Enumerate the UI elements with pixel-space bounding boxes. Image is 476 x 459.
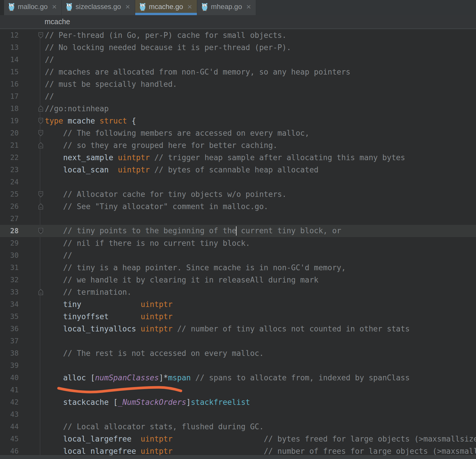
code-line-31[interactable]: 31 // tiny is a heap pointer. Since mcac… bbox=[0, 262, 476, 274]
code-line-37[interactable]: 37 bbox=[0, 335, 476, 347]
gutter-fold-column bbox=[19, 298, 45, 310]
code-line-36[interactable]: 36 local_tinyallocs uintptr // number of… bbox=[0, 323, 476, 335]
line-number: 31 bbox=[0, 264, 19, 272]
tab-mcache-go[interactable]: mcache.go✕ bbox=[135, 0, 197, 15]
code-text: // bbox=[45, 251, 476, 260]
code-text: // Allocator cache for tiny objects w/o … bbox=[45, 190, 476, 199]
code-line-34[interactable]: 34 tiny uintptr bbox=[0, 298, 476, 310]
code-text: // mcaches are allocated from non-GC'd m… bbox=[45, 68, 476, 76]
tab-close-icon[interactable]: ✕ bbox=[52, 4, 57, 10]
code-text: // Local allocator stats, flushed during… bbox=[45, 422, 476, 431]
fold-end-icon[interactable] bbox=[38, 204, 43, 210]
gutter-fold-column bbox=[19, 262, 45, 274]
fold-end-icon[interactable] bbox=[38, 289, 43, 295]
line-number: 28 bbox=[0, 227, 19, 235]
line-number: 42 bbox=[0, 398, 19, 406]
tab-mheap-go[interactable]: mheap.go✕ bbox=[197, 0, 256, 15]
fold-end-icon[interactable] bbox=[38, 106, 43, 112]
gutter-fold-column bbox=[19, 127, 45, 139]
code-line-21[interactable]: 21 // so they are grouped here for bette… bbox=[0, 139, 476, 151]
code-line-19[interactable]: 19 type mcache struct { bbox=[0, 115, 476, 127]
line-number: 27 bbox=[0, 215, 19, 223]
line-number: 34 bbox=[0, 300, 19, 308]
line-number: 24 bbox=[0, 178, 19, 186]
fold-collapse-icon[interactable] bbox=[38, 32, 43, 38]
code-line-32[interactable]: 32 // we handle it by clearing it in rel… bbox=[0, 274, 476, 286]
code-text: // tiny points to the beginning of the c… bbox=[45, 226, 476, 236]
tab-close-icon[interactable]: ✕ bbox=[125, 4, 130, 10]
tab-close-icon[interactable]: ✕ bbox=[246, 4, 251, 10]
code-line-33[interactable]: 33 // termination. bbox=[0, 286, 476, 298]
go-gopher-icon bbox=[201, 3, 208, 11]
code-text: // tiny is a heap pointer. Since mcache … bbox=[45, 263, 476, 272]
code-line-29[interactable]: 29 // nil if there is no current tiny bl… bbox=[0, 237, 476, 249]
code-line-41[interactable]: 41 bbox=[0, 384, 476, 396]
code-line-15[interactable]: 15// mcaches are allocated from non-GC'd… bbox=[0, 66, 476, 78]
code-line-45[interactable]: 45 local_largefree uintptr // bytes free… bbox=[0, 433, 476, 445]
code-line-25[interactable]: 25 // Allocator cache for tiny objects w… bbox=[0, 188, 476, 200]
code-text: alloc [numSpanClasses]*mspan // spans to… bbox=[45, 373, 476, 382]
line-number: 25 bbox=[0, 190, 19, 198]
tab-close-icon[interactable]: ✕ bbox=[187, 4, 192, 10]
tab-label: mheap.go bbox=[211, 3, 242, 11]
code-text: // See "Tiny allocator" comment in mallo… bbox=[45, 202, 476, 211]
gutter-fold-column bbox=[19, 200, 45, 213]
code-line-18[interactable]: 18 //go:notinheap bbox=[0, 103, 476, 115]
code-editor[interactable]: 12 // Per-thread (in Go, per-P) cache fo… bbox=[0, 29, 476, 459]
code-line-35[interactable]: 35 tinyoffset uintptr bbox=[0, 310, 476, 323]
gutter-fold-column bbox=[19, 115, 45, 127]
code-text: local_tinyallocs uintptr // number of ti… bbox=[45, 324, 476, 333]
gutter-fold-column bbox=[19, 274, 45, 286]
code-line-30[interactable]: 30 // bbox=[0, 249, 476, 262]
fold-end-icon[interactable] bbox=[38, 142, 43, 149]
line-number: 22 bbox=[0, 153, 19, 162]
fold-collapse-icon[interactable] bbox=[38, 130, 43, 136]
code-line-23[interactable]: 23 local_scan uintptr // bytes of scanna… bbox=[0, 164, 476, 176]
code-line-42[interactable]: 42 stackcache [_NumStackOrders]stackfree… bbox=[0, 396, 476, 408]
tab-sizeclasses-go[interactable]: sizeclasses.go✕ bbox=[62, 0, 135, 15]
code-lines: 12 // Per-thread (in Go, per-P) cache fo… bbox=[0, 29, 476, 457]
fold-collapse-icon[interactable] bbox=[38, 228, 43, 234]
line-number: 19 bbox=[0, 117, 19, 125]
code-line-28[interactable]: 28 // tiny points to the beginning of th… bbox=[0, 225, 476, 237]
code-line-24[interactable]: 24 bbox=[0, 176, 476, 188]
code-line-39[interactable]: 39 bbox=[0, 359, 476, 372]
code-text: // No locking needed because it is per-t… bbox=[45, 43, 476, 52]
gutter-fold-column bbox=[19, 372, 45, 384]
code-line-20[interactable]: 20 // The following members are accessed… bbox=[0, 127, 476, 139]
fold-collapse-icon[interactable] bbox=[38, 191, 43, 197]
gutter-fold-column bbox=[19, 54, 45, 66]
line-number: 23 bbox=[0, 166, 19, 174]
code-line-13[interactable]: 13// No locking needed because it is per… bbox=[0, 41, 476, 54]
line-number: 30 bbox=[0, 251, 19, 259]
line-number: 39 bbox=[0, 361, 19, 370]
gutter-fold-column bbox=[19, 41, 45, 54]
line-number: 41 bbox=[0, 386, 19, 394]
breadcrumb-item-mcache[interactable]: mcache bbox=[45, 17, 70, 26]
code-line-17[interactable]: 17// bbox=[0, 90, 476, 103]
gutter-fold-column bbox=[19, 433, 45, 445]
line-number: 35 bbox=[0, 313, 19, 321]
code-line-16[interactable]: 16// must be specially handled. bbox=[0, 78, 476, 90]
code-line-27[interactable]: 27 bbox=[0, 213, 476, 225]
code-line-43[interactable]: 43 bbox=[0, 408, 476, 421]
code-line-22[interactable]: 22 next_sample uintptr // trigger heap s… bbox=[0, 151, 476, 164]
code-line-14[interactable]: 14// bbox=[0, 54, 476, 66]
tab-malloc-go[interactable]: malloc.go✕ bbox=[4, 0, 62, 15]
code-line-38[interactable]: 38 // The rest is not accessed on every … bbox=[0, 347, 476, 359]
code-line-26[interactable]: 26 // See "Tiny allocator" comment in ma… bbox=[0, 200, 476, 213]
line-number: 32 bbox=[0, 276, 19, 284]
code-line-44[interactable]: 44 // Local allocator stats, flushed dur… bbox=[0, 421, 476, 433]
line-number: 33 bbox=[0, 288, 19, 296]
line-number: 38 bbox=[0, 349, 19, 357]
code-line-40[interactable]: 40 alloc [numSpanClasses]*mspan // spans… bbox=[0, 372, 476, 384]
code-line-12[interactable]: 12 // Per-thread (in Go, per-P) cache fo… bbox=[0, 29, 476, 41]
code-text: tiny uintptr bbox=[45, 300, 476, 309]
breadcrumb-bar: mcache bbox=[0, 15, 476, 29]
gutter-fold-column bbox=[19, 249, 45, 262]
gutter-fold-column bbox=[19, 421, 45, 433]
line-number: 20 bbox=[0, 129, 19, 137]
code-text: // bbox=[45, 92, 476, 101]
line-number: 13 bbox=[0, 43, 19, 52]
fold-collapse-icon[interactable] bbox=[38, 118, 43, 124]
